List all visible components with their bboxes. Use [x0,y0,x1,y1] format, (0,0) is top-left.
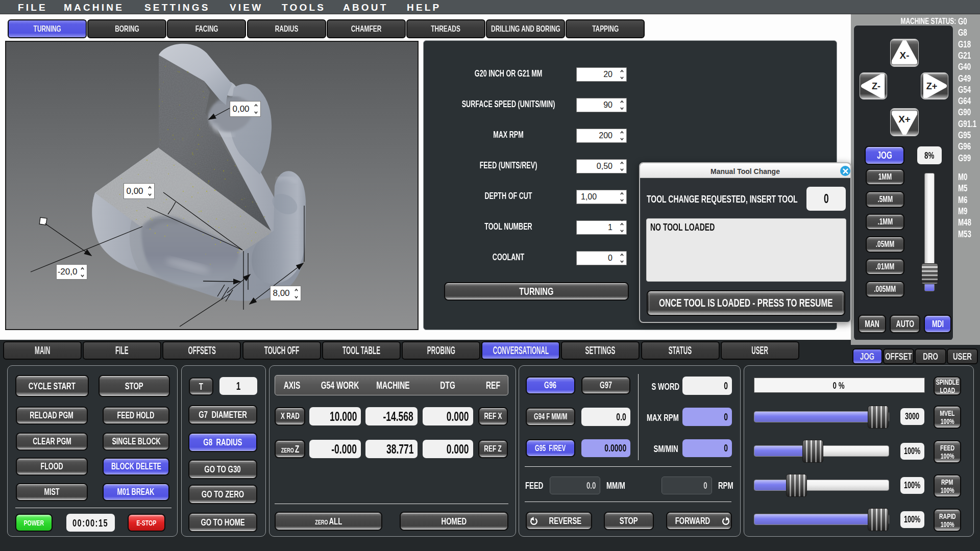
svg-text:X-: X- [900,50,910,61]
svg-text:X+: X+ [898,114,911,124]
svg-text:Z-: Z- [872,81,880,91]
svg-text:Z+: Z+ [926,81,938,91]
